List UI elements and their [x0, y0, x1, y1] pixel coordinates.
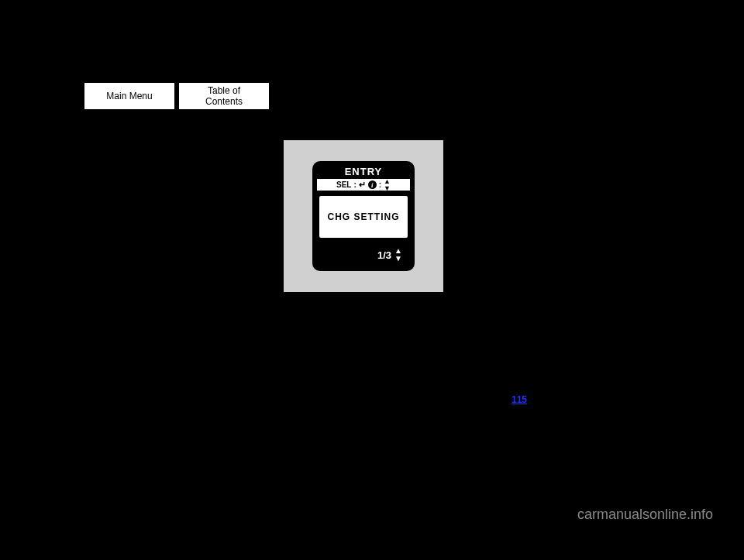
watermark: carmanualsonline.info	[577, 507, 713, 523]
info-colon: :	[379, 180, 381, 189]
updown-icon: ▲▼	[384, 178, 391, 192]
sel-colon: :	[353, 180, 356, 189]
sel-row: SEL: ↵ i: ▲▼	[317, 179, 410, 191]
device-display: ENTRY SEL: ↵ i: ▲▼ CHG SETTING 1/3 ▲▼	[312, 161, 415, 271]
main-menu-button[interactable]: Main Menu	[84, 82, 175, 110]
screen-text: CHG SETTING	[327, 211, 399, 222]
device-figure: ENTRY SEL: ↵ i: ▲▼ CHG SETTING 1/3 ▲▼	[284, 140, 443, 292]
updown-icon: ▲▼	[394, 247, 402, 263]
page-indicator-row: 1/3 ▲▼	[317, 247, 410, 263]
info-icon: i	[368, 180, 377, 189]
nav-buttons: Main Menu Table of Contents	[84, 82, 270, 110]
sel-label: SEL	[336, 180, 351, 189]
page-ref-link[interactable]: 115	[512, 394, 527, 405]
page-indicator: 1/3	[377, 249, 391, 261]
device-title: ENTRY	[345, 166, 383, 177]
enter-icon: ↵	[359, 180, 366, 190]
toc-button[interactable]: Table of Contents	[178, 82, 270, 110]
device-screen: CHG SETTING	[318, 194, 409, 239]
